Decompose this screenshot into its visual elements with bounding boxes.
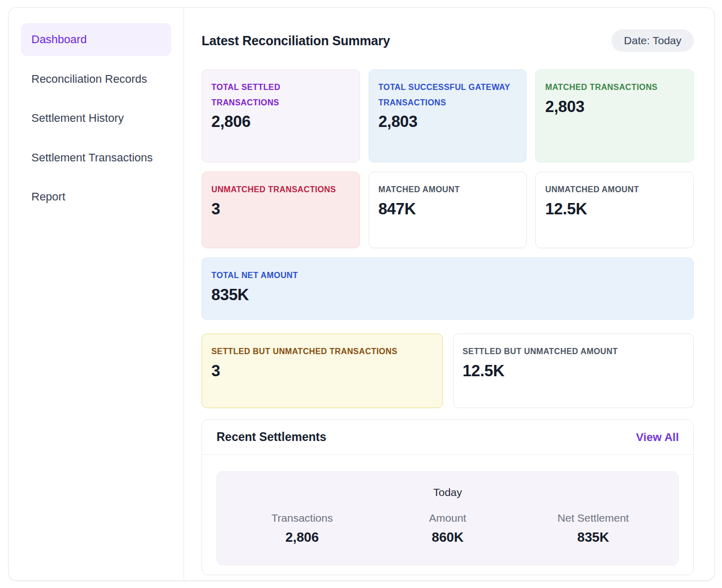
main-header: Latest Reconciliation Summary Date: Toda… xyxy=(202,29,694,52)
stat-value: 2,806 xyxy=(211,113,350,131)
settlement-transactions: Transactions 2,806 xyxy=(229,512,375,545)
summary-row-1: TOTAL SETTLED TRANSACTIONS 2,806 TOTAL S… xyxy=(202,69,694,162)
stat-label: UNMATCHED AMOUNT xyxy=(545,182,684,197)
card-matched-amount: MATCHED AMOUNT 847K xyxy=(369,172,527,248)
card-total-settled-transactions: TOTAL SETTLED TRANSACTIONS 2,806 xyxy=(202,69,360,162)
sidebar-item-dashboard[interactable]: Dashboard xyxy=(21,23,171,56)
stat-label: TOTAL SETTLED TRANSACTIONS xyxy=(211,80,350,110)
stat-value: 3 xyxy=(211,200,350,218)
sidebar-item-reconciliation-records[interactable]: Reconciliation Records xyxy=(21,63,171,96)
page-title: Latest Reconciliation Summary xyxy=(202,33,390,48)
settlement-transactions-value: 2,806 xyxy=(229,529,375,545)
summary-row-3: SETTLED BUT UNMATCHED TRANSACTIONS 3 SET… xyxy=(202,334,694,408)
stat-value: 2,803 xyxy=(378,113,517,131)
stat-value: 835K xyxy=(211,286,684,304)
settlement-amount-value: 860K xyxy=(375,529,520,545)
card-matched-transactions: MATCHED TRANSACTIONS 2,803 xyxy=(535,69,694,162)
summary-row-2: UNMATCHED TRANSACTIONS 3 MATCHED AMOUNT … xyxy=(202,172,694,248)
date-filter-badge[interactable]: Date: Today xyxy=(611,29,694,52)
card-unmatched-amount: UNMATCHED AMOUNT 12.5K xyxy=(535,172,694,248)
stat-label: UNMATCHED TRANSACTIONS xyxy=(211,182,350,197)
stat-label: TOTAL SUCCESSFUL GATEWAY TRANSACTIONS xyxy=(378,80,517,110)
stat-value: 12.5K xyxy=(463,362,684,380)
settlement-stats: Transactions 2,806 Amount 860K Net Settl… xyxy=(229,512,666,545)
recent-settlements-panel: Recent Settlements View All Today Transa… xyxy=(202,419,694,575)
settlement-net-settlement: Net Settlement 835K xyxy=(520,512,666,545)
recent-settlements-title: Recent Settlements xyxy=(216,430,326,444)
card-total-successful-gateway-transactions: TOTAL SUCCESSFUL GATEWAY TRANSACTIONS 2,… xyxy=(369,69,527,162)
settlement-amount-label: Amount xyxy=(375,512,520,524)
stat-label: MATCHED TRANSACTIONS xyxy=(545,80,684,95)
card-total-net-amount: TOTAL NET AMOUNT 835K xyxy=(202,258,694,320)
stat-label: MATCHED AMOUNT xyxy=(378,182,517,197)
stat-value: 12.5K xyxy=(545,200,684,218)
main-content: Latest Reconciliation Summary Date: Toda… xyxy=(184,8,714,580)
settlement-list-item[interactable]: Today Transactions 2,806 Amount 860K Net… xyxy=(216,471,679,565)
settlement-transactions-label: Transactions xyxy=(229,512,375,524)
stat-label: SETTLED BUT UNMATCHED TRANSACTIONS xyxy=(211,344,433,359)
stat-value: 3 xyxy=(211,362,433,380)
sidebar-item-report[interactable]: Report xyxy=(21,180,171,213)
app-container: Dashboard Reconciliation Records Settlem… xyxy=(8,7,715,581)
card-settled-but-unmatched-transactions: SETTLED BUT UNMATCHED TRANSACTIONS 3 xyxy=(202,334,443,408)
recent-settlements-header: Recent Settlements View All xyxy=(202,420,693,455)
settlement-net-settlement-label: Net Settlement xyxy=(520,512,666,524)
stat-value: 2,803 xyxy=(545,98,684,116)
sidebar-item-settlement-transactions[interactable]: Settlement Transactions xyxy=(21,141,171,174)
stat-value: 847K xyxy=(378,200,517,218)
settlement-date-label: Today xyxy=(229,486,666,499)
card-unmatched-transactions: UNMATCHED TRANSACTIONS 3 xyxy=(202,172,360,248)
settlement-amount: Amount 860K xyxy=(375,512,520,545)
sidebar-item-settlement-history[interactable]: Settlement History xyxy=(21,102,171,135)
sidebar: Dashboard Reconciliation Records Settlem… xyxy=(9,8,184,580)
stat-label: TOTAL NET AMOUNT xyxy=(211,268,684,283)
settlement-net-settlement-value: 835K xyxy=(520,529,666,545)
stat-label: SETTLED BUT UNMATCHED AMOUNT xyxy=(463,344,684,359)
view-all-link[interactable]: View All xyxy=(636,431,679,444)
card-settled-but-unmatched-amount: SETTLED BUT UNMATCHED AMOUNT 12.5K xyxy=(453,334,694,408)
